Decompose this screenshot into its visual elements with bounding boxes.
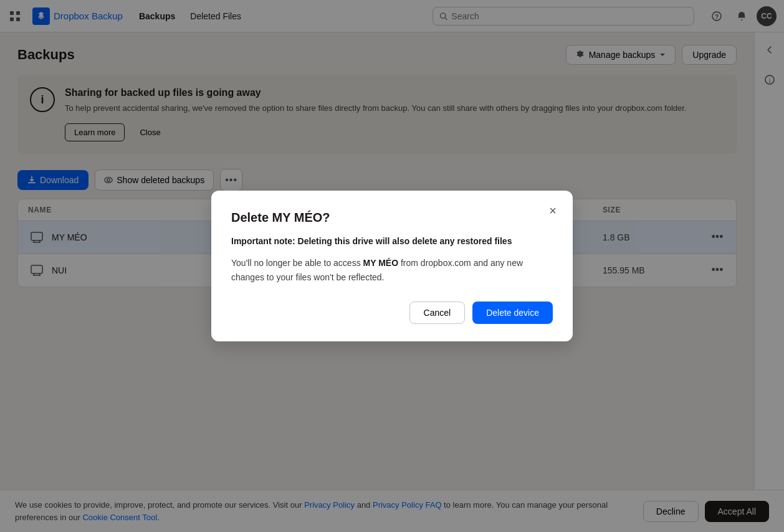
modal-footer: Cancel Delete device	[231, 302, 553, 324]
delete-modal: × Delete MY MÉO? Important note: Deletin…	[211, 191, 573, 341]
modal-close-button[interactable]: ×	[543, 201, 563, 221]
modal-title: Delete MY MÉO?	[231, 211, 553, 225]
modal-body: You'll no longer be able to access MY MÉ…	[231, 256, 553, 284]
modal-device-name: MY MÉO	[363, 258, 399, 268]
modal-overlay[interactable]: × Delete MY MÉO? Important note: Deletin…	[0, 0, 784, 495]
modal-warning: Important note: Deleting this drive will…	[231, 236, 553, 246]
cancel-button[interactable]: Cancel	[409, 302, 466, 324]
delete-device-button[interactable]: Delete device	[472, 302, 553, 324]
